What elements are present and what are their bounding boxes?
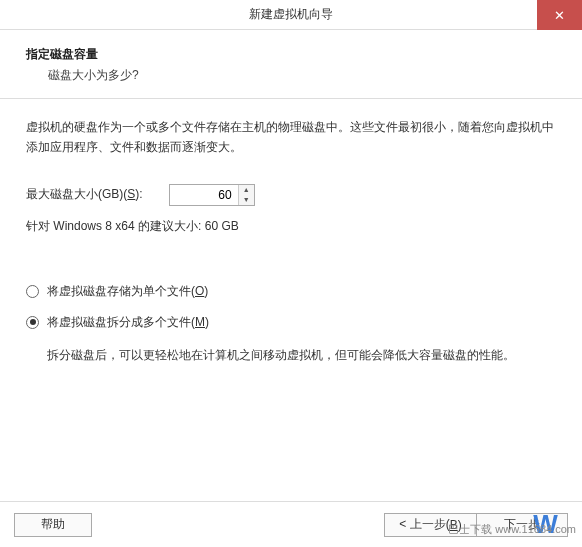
close-icon: ✕ [554, 8, 565, 23]
window-title: 新建虚拟机向导 [249, 6, 333, 23]
help-button[interactable]: 帮助 [14, 513, 92, 537]
page-subtitle: 磁盘大小为多少? [26, 67, 556, 84]
recommended-size-text: 针对 Windows 8 x64 的建议大小: 60 GB [26, 218, 556, 235]
radio-split-files-label: 将虚拟磁盘拆分成多个文件(M) [47, 314, 209, 331]
radio-split-files[interactable]: 将虚拟磁盘拆分成多个文件(M) [26, 314, 556, 331]
disk-size-spinner[interactable]: ▲ ▼ [169, 184, 255, 206]
spinner-down-icon[interactable]: ▼ [239, 195, 254, 205]
radio-single-file-label: 将虚拟磁盘存储为单个文件(O) [47, 283, 208, 300]
description-text: 虚拟机的硬盘作为一个或多个文件存储在主机的物理磁盘中。这些文件最初很小，随着您向… [26, 117, 556, 158]
disk-size-input[interactable] [170, 185, 238, 205]
radio-icon [26, 285, 39, 298]
back-button[interactable]: < 上一步(B) [384, 513, 476, 537]
disk-size-label: 最大磁盘大小(GB)(S): [26, 186, 143, 203]
split-description: 拆分磁盘后，可以更轻松地在计算机之间移动虚拟机，但可能会降低大容量磁盘的性能。 [26, 345, 556, 365]
page-title: 指定磁盘容量 [26, 46, 556, 63]
radio-single-file[interactable]: 将虚拟磁盘存储为单个文件(O) [26, 283, 556, 300]
spinner-up-icon[interactable]: ▲ [239, 185, 254, 195]
next-button[interactable]: 下一步 W [476, 513, 568, 537]
radio-icon [26, 316, 39, 329]
close-button[interactable]: ✕ [537, 0, 582, 30]
